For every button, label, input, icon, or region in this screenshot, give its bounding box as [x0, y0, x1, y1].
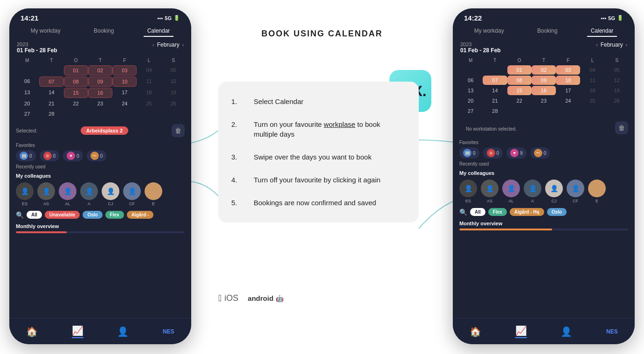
cal-cell-20[interactable]: 20	[15, 99, 39, 108]
fav-item-3[interactable]: ♥ 0	[63, 150, 83, 161]
cal-cell-13[interactable]: 13	[15, 88, 39, 98]
filter-flex[interactable]: Flex	[105, 211, 124, 219]
filter-algard[interactable]: Algård -	[127, 211, 154, 219]
tab-booking-left[interactable]: Booking	[90, 26, 118, 37]
cal-cell-22[interactable]: 22	[64, 99, 88, 108]
cal-next-right[interactable]: ›	[626, 42, 627, 48]
status-bar-left: 14:21 ▪▪▪ 5G 🔋	[9, 8, 191, 22]
cal-cell-06[interactable]: 06	[15, 76, 39, 87]
cal-cell-27[interactable]: 27	[15, 109, 39, 118]
filter-all-left[interactable]: All	[27, 211, 42, 219]
cal-r-cell-02[interactable]: 02	[532, 65, 556, 75]
nav-home-right[interactable]: 🏠	[470, 326, 481, 337]
avatar-r-E	[588, 180, 606, 197]
cal-cell	[137, 109, 161, 118]
search-icon-left[interactable]: 🔍	[16, 211, 24, 219]
favorites-row-right: 🏢 0 ⊘ 0 ♥ 9 〜 0	[459, 147, 628, 159]
tab-my-workday-right[interactable]: My workday	[471, 26, 508, 37]
fav-item-4[interactable]: 〜 0	[87, 150, 107, 161]
cal-r-cell-07[interactable]: 07	[483, 76, 507, 85]
android-badge[interactable]: android 🤖	[248, 294, 284, 302]
cal-cell-10[interactable]: 10	[112, 76, 137, 87]
cal-cell-24[interactable]: 24	[112, 99, 137, 108]
nav-chart-left[interactable]: 📈	[72, 325, 83, 338]
ios-badge[interactable]:  iOS	[218, 293, 238, 304]
cal-cell-02[interactable]: 02	[88, 65, 112, 76]
nav-person-right[interactable]: 👤	[561, 326, 572, 337]
nav-person-left[interactable]: 👤	[117, 326, 129, 337]
avatar-r-AL: 👤	[502, 180, 520, 197]
cal-r-cell-08[interactable]: 08	[507, 76, 532, 85]
fav-r-item-1[interactable]: 🏢 0	[459, 147, 479, 159]
cal-cell-23[interactable]: 23	[88, 99, 112, 108]
fav-r-item-4[interactable]: 〜 0	[530, 147, 550, 159]
filter-flex-right[interactable]: Flex	[488, 208, 507, 216]
day-header-s: S	[161, 56, 186, 64]
fav-item-2[interactable]: ⊘ 0	[40, 150, 60, 161]
filter-all-right[interactable]: All	[470, 208, 485, 216]
nav-nes-left[interactable]: NES	[163, 328, 174, 335]
cal-prev-left[interactable]: ‹	[152, 42, 154, 48]
nav-nes-right[interactable]: NES	[606, 328, 618, 335]
cal-r-cell-15[interactable]: 15	[507, 86, 532, 95]
cal-cell-01[interactable]: 01	[64, 65, 88, 76]
cal-cell-16[interactable]: 16	[88, 88, 112, 98]
cal-cell-11[interactable]: 11	[137, 76, 161, 87]
fav-r-item-3[interactable]: ♥ 9	[506, 147, 526, 159]
tab-calendar-left[interactable]: Calendar	[144, 26, 174, 37]
cal-cell-28[interactable]: 28	[39, 109, 63, 118]
cal-r-cell-16[interactable]: 16	[532, 86, 556, 95]
cal-cell-05[interactable]: 05	[161, 65, 186, 76]
tab-booking-right[interactable]: Booking	[533, 26, 561, 37]
cal-cell-03[interactable]: 03	[112, 65, 137, 76]
cal-next-left[interactable]: ›	[182, 42, 184, 48]
filter-unavail[interactable]: Unavailable	[45, 211, 80, 219]
cal-month-nav-left[interactable]: ‹ February ›	[152, 42, 184, 48]
cal-cell-08[interactable]: 08	[64, 76, 88, 87]
monthly-bar-right	[459, 229, 628, 230]
tab-my-workday-left[interactable]: My workday	[27, 26, 64, 37]
cal-prev-right[interactable]: ‹	[596, 42, 597, 48]
no-ws-label-right: No workstation selected.	[459, 124, 523, 132]
cal-cell-04[interactable]: 04	[137, 65, 161, 76]
fav-item-1[interactable]: 🏢 0	[16, 150, 36, 161]
cal-r-cell-01[interactable]: 01	[507, 65, 532, 75]
filter-oslo[interactable]: Oslo	[83, 211, 102, 219]
tab-calendar-right[interactable]: Calendar	[587, 26, 617, 37]
cal-cell-15[interactable]: 15	[64, 88, 88, 98]
delete-icon-right[interactable]: 🗑	[615, 121, 628, 134]
cal-cell-09[interactable]: 09	[88, 76, 112, 87]
cal-month-nav-right[interactable]: ‹ February ›	[596, 42, 627, 48]
filter-oslo-right[interactable]: Oslo	[547, 208, 567, 216]
cal-r-cell-03[interactable]: 03	[556, 65, 580, 75]
colleague-CF: 👤 CF	[123, 182, 141, 206]
cal-cell-07[interactable]: 07	[39, 76, 63, 87]
cal-cell-19[interactable]: 19	[161, 88, 186, 98]
colleague-A: 👤 A	[80, 182, 98, 206]
search-icon-right[interactable]: 🔍	[459, 208, 467, 216]
nav-home-left[interactable]: 🏠	[26, 326, 38, 337]
cal-r-cell-10[interactable]: 10	[556, 76, 580, 85]
day-header-m: M	[15, 56, 39, 64]
fav-r-item-2[interactable]: ⊘ 0	[483, 147, 503, 159]
cal-row-2-right: 06 07 08 09 10 11 12	[458, 76, 629, 85]
filter-algard-hq[interactable]: Algård - Hq	[510, 208, 544, 216]
cal-cell-14[interactable]: 14	[39, 88, 63, 98]
cal-cell-17[interactable]: 17	[112, 88, 137, 98]
nav-chart-right[interactable]: 📈	[515, 325, 527, 338]
cal-r-cell-09[interactable]: 09	[532, 76, 556, 85]
cal-cell-21[interactable]: 21	[39, 99, 63, 108]
phone-tabs-left[interactable]: My workday Booking Calendar	[9, 22, 191, 37]
battery-icon: 🔋	[173, 15, 180, 21]
avatar-A: 👤	[80, 182, 98, 200]
status-icons-right: ▪▪▪ 5G 🔋	[601, 15, 623, 21]
phone-tabs-right[interactable]: My workday Booking Calendar	[453, 22, 635, 37]
cal-cell-18[interactable]: 18	[137, 88, 161, 98]
cal-cell-25[interactable]: 25	[137, 99, 161, 108]
delete-icon-left[interactable]: 🗑	[172, 124, 185, 137]
cal-cell-26[interactable]: 26	[161, 99, 186, 108]
cal-cell[interactable]	[15, 65, 39, 76]
cal-cell[interactable]	[39, 65, 63, 76]
cal-cell-12[interactable]: 12	[161, 76, 186, 87]
monthly-bar-left	[16, 231, 185, 233]
